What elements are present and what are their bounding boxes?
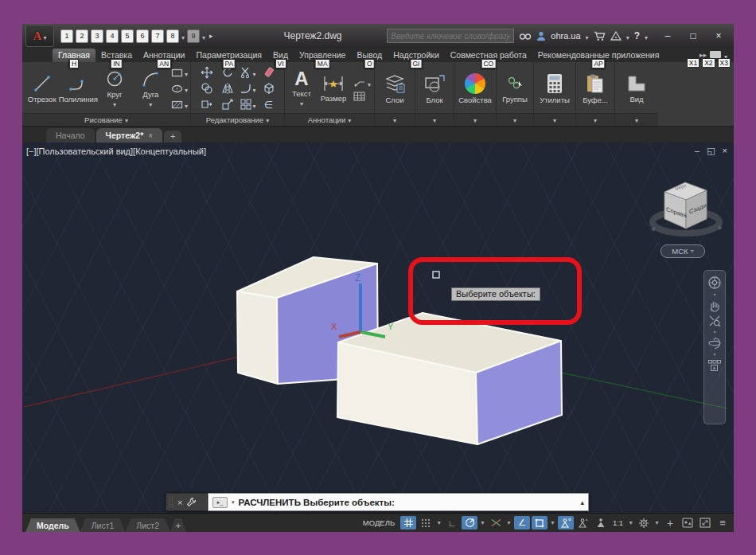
ribbon-tab-glavnaya[interactable]: ГлавнаяH [53, 49, 95, 62]
circle-button[interactable]: Круг [97, 68, 131, 108]
qat-button-1[interactable]: 1 [60, 29, 73, 43]
annotation-visibility-toggle[interactable] [558, 516, 574, 530]
ribbon-tab-parametrizaciya[interactable]: ПараметризацияPA [191, 49, 268, 62]
close-button[interactable]: × [707, 28, 731, 44]
close-command-line-icon[interactable]: × [177, 498, 182, 507]
mirror-icon[interactable] [221, 82, 234, 95]
scale-icon[interactable] [221, 98, 234, 111]
chevron-down-icon[interactable] [185, 97, 188, 111]
viewcube[interactable]: Верх Справа Сзади [641, 178, 734, 254]
customization-menu-button[interactable]: ≡ [715, 516, 731, 530]
model-space-button[interactable]: МОДЕЛЬ [359, 518, 399, 527]
snap-dropdown-icon[interactable]: ▼ [435, 520, 442, 526]
stretch-icon[interactable] [201, 98, 213, 111]
command-line-handle[interactable]: × [166, 493, 208, 511]
panel-label-draw[interactable]: Рисование [22, 113, 190, 126]
exchange-apps-icon[interactable] [610, 31, 622, 41]
properties-button[interactable]: Свойства [454, 62, 496, 113]
dimension-button[interactable]: Размер [317, 74, 350, 103]
search-input[interactable] [387, 29, 514, 43]
panel-expand-groups[interactable] [497, 113, 533, 126]
cart-icon[interactable] [594, 31, 606, 41]
chevron-down-icon[interactable] [113, 100, 116, 108]
scale-dropdown-icon[interactable]: ▼ [627, 520, 634, 526]
chevron-down-icon[interactable] [185, 65, 188, 80]
chevron-down-icon[interactable] [252, 81, 255, 96]
wcs-dropdown[interactable]: МСК [661, 244, 705, 258]
chevron-down-icon[interactable]: ▾ [231, 499, 236, 506]
panel-expand-block[interactable] [415, 113, 454, 126]
ribbon-tab-nadstroyki[interactable]: НадстройкиGI [388, 49, 445, 62]
ribbon-tab-vyvod[interactable]: ВыводO [351, 49, 388, 62]
panel-expand-utilities[interactable] [534, 113, 575, 126]
chevron-down-icon[interactable] [368, 76, 371, 90]
chevron-down-icon[interactable]: ▾ [713, 330, 715, 334]
snap-toggle[interactable] [418, 516, 434, 530]
new-layout-button[interactable]: + [170, 518, 186, 532]
ribbon-tab-vid[interactable]: ВидVI [267, 49, 294, 62]
trim-icon[interactable] [240, 65, 255, 80]
copy-icon[interactable] [201, 82, 213, 95]
undo-dropdown-icon[interactable] [181, 29, 185, 43]
drawing-close-button[interactable]: × [723, 146, 727, 156]
ellipse-button[interactable] [171, 81, 188, 96]
qat-button-6[interactable]: 6 [136, 29, 149, 43]
3d-box-icon[interactable] [263, 82, 275, 95]
orbit-icon[interactable] [707, 337, 722, 350]
array-icon[interactable] [240, 97, 255, 111]
drawing-viewport[interactable]: [−][Пользовательский вид][Концептуальный… [22, 143, 734, 513]
panel-label-edit[interactable]: Редактирование [191, 113, 284, 126]
polyline-button[interactable]: Полилиния [60, 73, 95, 104]
qat-button-4[interactable]: 4 [106, 29, 119, 43]
osnap-dropdown-icon[interactable]: ▼ [549, 520, 556, 526]
erase-icon[interactable] [263, 66, 275, 79]
help-dropdown-icon[interactable] [645, 29, 648, 43]
annotation-autoscale-toggle[interactable] [575, 516, 591, 530]
panel-expand-properties[interactable] [454, 113, 496, 126]
app-menu-button[interactable]: A [25, 25, 54, 47]
chevron-down-icon[interactable] [252, 97, 255, 111]
redo-dropdown-icon[interactable] [202, 29, 205, 43]
isodraft-dropdown-icon[interactable]: ▼ [505, 520, 512, 526]
new-drawing-tab-button[interactable]: + [164, 131, 181, 143]
osnap-toggle[interactable] [532, 516, 548, 530]
ribbon-tab-sovmestnaya-rabota[interactable]: Совместная работаCO [445, 49, 532, 62]
polar-tracking-toggle[interactable] [462, 516, 477, 530]
qat-expand-icon[interactable]: ▸ [209, 32, 213, 40]
chevron-down-icon[interactable] [300, 99, 303, 107]
workspace-dropdown-icon[interactable]: ▼ [653, 520, 661, 526]
ribbon-tab-upravlenie[interactable]: УправлениеMA [294, 49, 351, 62]
view-button[interactable]: Вид [615, 62, 658, 113]
help-icon[interactable]: ? [634, 30, 640, 41]
file-tab-drawing2[interactable]: Чертеж2*× [96, 128, 163, 143]
chevron-down-icon[interactable] [185, 81, 188, 96]
utilities-button[interactable]: Утилиты [534, 62, 575, 113]
pan-hand-icon[interactable] [708, 299, 721, 312]
workspace-gear-button[interactable] [636, 516, 652, 530]
layout-tab-list2[interactable]: Лист2 [125, 518, 170, 532]
clipboard-button[interactable]: Буфе... [576, 62, 614, 113]
drawing-minimize-button[interactable]: – [695, 146, 699, 156]
isodraft-toggle[interactable] [488, 516, 504, 530]
zoom-icon[interactable] [708, 315, 721, 327]
viewport-controls-label[interactable]: [−][Пользовательский вид][Концептуальный… [26, 147, 206, 156]
qat-button-9[interactable]: 9 [187, 29, 200, 43]
clean-screen-button[interactable] [697, 516, 713, 530]
chevron-down-icon[interactable] [149, 100, 152, 108]
arc-button[interactable]: Дуга [134, 68, 168, 108]
ribbon-tab-rekomendovannye[interactable]: Рекомендованные приложенияAP [532, 49, 665, 62]
offset-icon[interactable]: ∈ [264, 99, 273, 111]
isolate-objects-button[interactable] [680, 516, 696, 530]
qat-button-5[interactable]: 5 [121, 29, 134, 43]
qat-button-2[interactable]: 2 [76, 29, 88, 43]
leader-button[interactable] [353, 76, 371, 90]
qat-button-8[interactable]: 8 [166, 29, 179, 43]
chevron-down-icon[interactable] [252, 65, 255, 80]
annotation-scale-button[interactable] [593, 516, 609, 530]
move-icon[interactable] [201, 66, 213, 79]
maximize-button[interactable]: □ [681, 28, 705, 44]
drawing-restore-button[interactable]: ◱ [707, 146, 715, 156]
panel-expand-layers[interactable] [375, 113, 415, 126]
ribbon-tab-annotacii[interactable]: АннотацииAN [138, 49, 191, 62]
fillet-icon[interactable] [240, 81, 255, 96]
